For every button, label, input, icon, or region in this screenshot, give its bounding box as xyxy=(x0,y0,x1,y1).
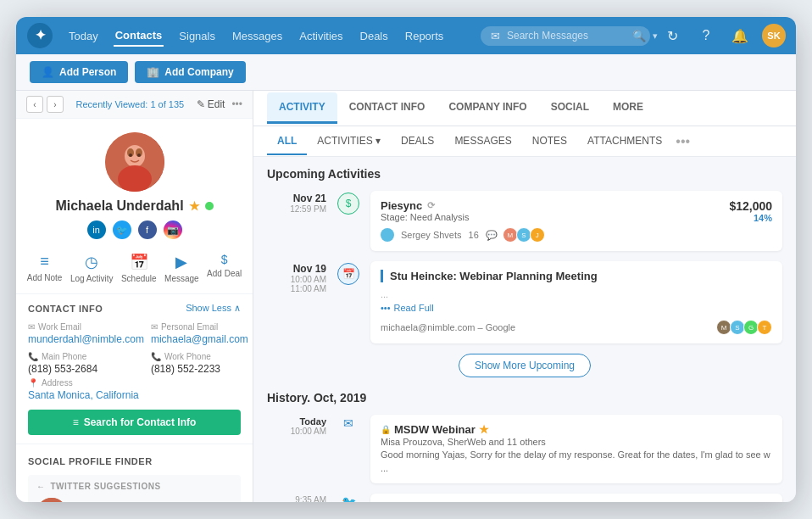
subtab-deals[interactable]: DEALS xyxy=(391,128,444,155)
show-more-button[interactable]: Show More Upcoming xyxy=(459,354,591,377)
lock-icon: 🔒 xyxy=(381,425,391,434)
next-contact-button[interactable]: › xyxy=(47,96,64,113)
refresh-button[interactable]: ↻ xyxy=(660,24,684,47)
upcoming-heading: Upcoming Activities xyxy=(267,167,782,181)
meeting-date: Nov 19 10:00 AM 11:00 AM xyxy=(267,261,326,343)
nav-messages[interactable]: Messages xyxy=(231,26,284,46)
msg-icon-1: ✉ xyxy=(343,416,353,430)
tab-social[interactable]: SOCIAL xyxy=(539,92,601,124)
subtab-notes[interactable]: NOTES xyxy=(522,128,577,155)
schedule-icon: 📅 xyxy=(130,253,148,271)
favorite-star-icon[interactable]: ★ xyxy=(189,199,200,213)
subtab-activities[interactable]: ACTIVITIES ▾ xyxy=(307,128,391,155)
work-email-value[interactable]: munderdahl@nimble.com xyxy=(28,333,144,345)
nav-deals[interactable]: Deals xyxy=(359,26,390,46)
user-avatar[interactable]: SK xyxy=(762,24,786,47)
search-bar[interactable]: ✉ 🔍 ▾ xyxy=(481,26,650,46)
deal-amount-col: $12,000 14% xyxy=(729,199,772,223)
linkedin-icon[interactable]: in xyxy=(87,220,106,239)
search-dropdown-icon[interactable]: ▾ xyxy=(653,31,658,42)
deal-meta: Sergey Shvets 16 💬 M S J xyxy=(381,227,545,243)
work-phone-value[interactable]: (818) 552-2233 xyxy=(151,363,248,375)
show-less-button[interactable]: Show Less ∧ xyxy=(186,303,241,314)
read-full-button[interactable]: ••• Read Full xyxy=(381,303,772,313)
fav-star-1[interactable]: ★ xyxy=(479,423,489,436)
twitter-suggestions: ← TWITTER SUGGESTIONS Michaela U xyxy=(28,475,241,502)
activity-feed: Upcoming Activities Nov 21 12:59 PM $ xyxy=(253,157,796,502)
address-value[interactable]: Santa Monica, California xyxy=(28,389,241,401)
social-finder-title: SOCIAL PROFILE FINDER xyxy=(28,456,153,466)
main-phone-value[interactable]: (818) 553-2684 xyxy=(28,363,144,375)
history-card-2: 🔒 TaylorSMendoza1, MichaUnderdahl ★ @Mic… xyxy=(370,494,782,502)
assignee-name: Sergey Shvets xyxy=(401,230,462,240)
sub-tab-bar: ALL ACTIVITIES ▾ DEALS MESSAGES NOTES AT… xyxy=(253,126,796,157)
help-button[interactable]: ? xyxy=(694,24,718,47)
schedule-label: Schedule xyxy=(121,274,157,283)
instagram-icon[interactable]: 📷 xyxy=(164,220,182,239)
add-deal-action[interactable]: $ Add Deal xyxy=(207,253,242,283)
activity-item-deal: Nov 21 12:59 PM $ Piesync ⟳ xyxy=(267,191,782,251)
personal-email-value[interactable]: michaela@gmail.com xyxy=(151,333,248,345)
more-options-icon[interactable]: ••• xyxy=(231,98,242,110)
log-activity-label: Log Activity xyxy=(70,274,114,283)
nav-activities[interactable]: Activities xyxy=(298,26,344,46)
add-note-action[interactable]: ≡ Add Note xyxy=(27,253,63,283)
participant-avatars: M S J xyxy=(504,227,545,243)
add-note-icon: ≡ xyxy=(40,253,49,271)
meeting-avatar-4: T xyxy=(757,320,772,335)
social-profile-finder: SOCIAL PROFILE FINDER ← TWITTER SUGGESTI… xyxy=(16,444,253,502)
search-icon: 🔍 xyxy=(632,30,646,42)
action-row: ≡ Add Note ◷ Log Activity 📅 Schedule ▶ M… xyxy=(16,246,253,294)
nav-arrows: ‹ › xyxy=(26,96,64,113)
nav-contacts[interactable]: Contacts xyxy=(114,25,164,47)
tab-activity[interactable]: ACTIVITY xyxy=(267,92,337,124)
facebook-icon[interactable]: f xyxy=(138,220,157,239)
location-icon: 📍 xyxy=(28,378,38,388)
subtab-more-icon[interactable]: ••• xyxy=(676,134,690,149)
search-input[interactable] xyxy=(507,30,626,42)
contact-nav-right: ✎ Edit ••• xyxy=(197,98,242,110)
message-label: Message xyxy=(164,274,199,283)
svg-text:✦: ✦ xyxy=(35,28,47,42)
twitter-icon[interactable]: 🐦 xyxy=(113,220,131,239)
meeting-footer: michaela@nimble.com – Google M S G T xyxy=(381,320,772,335)
top-navigation: ✦ Today Contacts Signals Messages Activi… xyxy=(16,17,796,54)
nav-today[interactable]: Today xyxy=(67,26,100,46)
history-card-1: 🔒 MSDW Webinar ★ Misa Prouzova, SherWeb … xyxy=(370,415,782,483)
comment-count: 16 xyxy=(469,230,479,240)
meeting-title: Stu Heincke: Webinar Planning Meeting xyxy=(381,270,772,282)
nav-signals[interactable]: Signals xyxy=(177,26,217,46)
prev-contact-button[interactable]: ‹ xyxy=(26,96,43,113)
add-person-button[interactable]: 👤 Add Person xyxy=(30,61,128,83)
tab-more[interactable]: MORE xyxy=(601,92,655,124)
work-email-label: ✉ Work Email xyxy=(28,322,144,332)
social-icons: in 🐦 f 📷 xyxy=(87,220,182,239)
add-deal-icon: $ xyxy=(221,253,228,266)
nav-reports[interactable]: Reports xyxy=(403,26,446,46)
subtab-messages[interactable]: MESSAGES xyxy=(444,128,521,155)
schedule-action[interactable]: 📅 Schedule xyxy=(121,253,157,283)
work-phone-item: 📞 Work Phone (818) 552-2233 xyxy=(151,352,248,375)
subtab-attachments[interactable]: ATTACHMENTS xyxy=(577,128,672,155)
online-status-indicator xyxy=(205,202,214,210)
email-icon: ✉ xyxy=(28,322,35,332)
edit-button[interactable]: ✎ Edit xyxy=(197,98,225,110)
address-item: 📍 Address Santa Monica, California xyxy=(28,378,241,401)
app-logo[interactable]: ✦ xyxy=(26,22,53,49)
add-company-button[interactable]: 🏢 Add Company xyxy=(135,61,245,83)
deal-progress: 14% xyxy=(729,213,772,223)
recently-viewed-label: Recently Viewed: 1 of 135 xyxy=(76,99,185,109)
contact-header: Michaela Underdahl ★ in 🐦 f 📷 xyxy=(16,119,253,246)
add-person-icon: 👤 xyxy=(42,66,54,78)
deal-name: Piesync ⟳ xyxy=(381,199,545,212)
assignee-avatar xyxy=(381,228,394,242)
message-action[interactable]: ▶ Message xyxy=(164,253,199,283)
back-arrow-icon[interactable]: ← xyxy=(36,482,46,491)
notifications-button[interactable]: 🔔 xyxy=(728,24,752,47)
tab-company-info[interactable]: COMPANY INFO xyxy=(437,92,538,124)
tab-contact-info[interactable]: CONTACT INFO xyxy=(337,92,437,124)
right-panel: ACTIVITY CONTACT INFO COMPANY INFO SOCIA… xyxy=(253,91,796,502)
subtab-all[interactable]: ALL xyxy=(267,128,307,155)
log-activity-action[interactable]: ◷ Log Activity xyxy=(70,253,114,283)
search-contact-info-button[interactable]: ≡ Search for Contact Info xyxy=(28,410,241,435)
